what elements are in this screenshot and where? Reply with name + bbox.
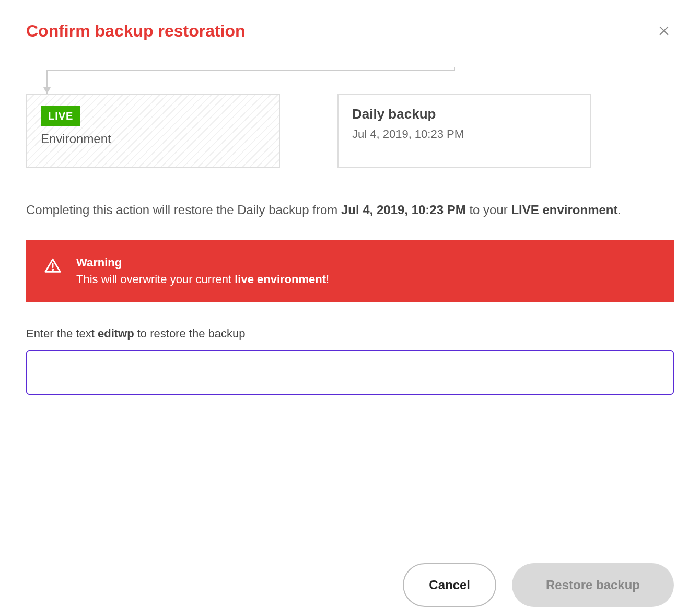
live-badge: LIVE [41, 106, 80, 126]
dialog-footer: Cancel Restore backup [0, 548, 700, 607]
backup-date: Jul 4, 2019, 10:23 PM [352, 127, 577, 141]
description-prefix: Completing this action will restore the … [26, 203, 341, 217]
flow-diagram: LIVE Environment Daily backup Jul 4, 201… [26, 94, 674, 168]
confirm-label-prefix: Enter the text [26, 327, 98, 340]
flow-connector-arrow [42, 67, 460, 94]
cancel-button[interactable]: Cancel [403, 563, 496, 607]
warning-text-bold: live environment [235, 273, 326, 286]
confirm-label-bold: editwp [98, 327, 134, 340]
svg-marker-2 [44, 88, 50, 94]
target-environment-card: LIVE Environment [26, 94, 280, 168]
warning-text: This will overwrite your current live en… [76, 273, 656, 286]
dialog-title: Confirm backup restoration [26, 21, 246, 41]
warning-box: Warning This will overwrite your current… [26, 240, 674, 302]
restore-backup-button[interactable]: Restore backup [512, 563, 674, 607]
description-target: LIVE environment [511, 203, 617, 217]
warning-text-suffix: ! [326, 273, 329, 286]
backup-title: Daily backup [352, 106, 577, 122]
dialog-body: LIVE Environment Daily backup Jul 4, 201… [0, 62, 700, 548]
dialog-header: Confirm backup restoration [0, 0, 700, 62]
warning-triangle-icon [44, 257, 62, 277]
warning-heading: Warning [76, 256, 656, 270]
confirm-input[interactable] [26, 350, 674, 395]
description-date: Jul 4, 2019, 10:23 PM [341, 203, 466, 217]
cards-row: LIVE Environment Daily backup Jul 4, 201… [26, 94, 674, 168]
confirm-label-suffix: to restore the backup [134, 327, 246, 340]
svg-point-6 [52, 269, 53, 270]
description-middle: to your [466, 203, 511, 217]
confirm-label: Enter the text editwp to restore the bac… [26, 327, 674, 341]
svg-marker-4 [43, 87, 51, 94]
environment-label: Environment [41, 132, 265, 146]
flow-connector-line-icon [42, 67, 460, 94]
confirm-backup-restoration-dialog: Confirm backup restoration [0, 0, 700, 607]
close-button[interactable] [654, 21, 674, 41]
restore-description: Completing this action will restore the … [26, 200, 674, 219]
source-backup-card: Daily backup Jul 4, 2019, 10:23 PM [337, 94, 591, 168]
warning-content: Warning This will overwrite your current… [76, 256, 656, 286]
warning-text-prefix: This will overwrite your current [76, 273, 235, 286]
description-suffix: . [618, 203, 622, 217]
